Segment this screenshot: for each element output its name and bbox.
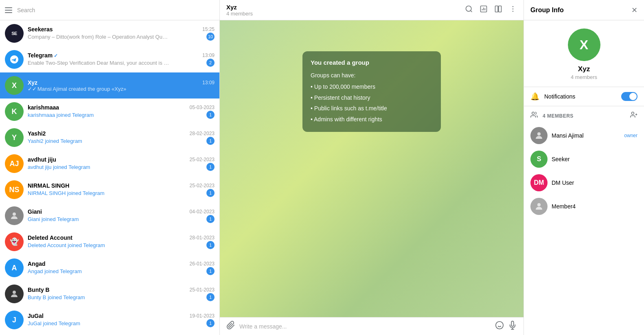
- search-icon-button[interactable]: [465, 5, 473, 15]
- avatar: AJ: [5, 154, 24, 173]
- unread-badge: 1: [206, 163, 215, 171]
- chat-row-bottom: Company – Ditto(work from) Role – Operat…: [28, 33, 215, 41]
- chat-time: 13:09: [202, 80, 215, 85]
- avatar: SE: [5, 24, 24, 43]
- member-item-0[interactable]: Mansi Ajimal owner: [524, 124, 644, 147]
- unread-badge: 1: [206, 189, 215, 197]
- system-message-title: You created a group: [311, 58, 433, 68]
- bell-icon: 🔔: [530, 92, 539, 101]
- chat-content: Yashi2 28-02-2023 Yashi2 joined Telegram…: [28, 130, 215, 145]
- chat-item-telegram[interactable]: Telegram✓ 13:09 Enable Two-Step Verifica…: [0, 46, 219, 72]
- chat-row-bottom: NIRMAL SINGH joined Telegram 1: [28, 189, 215, 197]
- sidebar: SE Seekeras 15:25 Company – Ditto(work f…: [0, 0, 220, 335]
- chat-time: 28-02-2023: [190, 131, 215, 136]
- chat-content: karishmaaa 05-03-2023 karishmaaa joined …: [28, 104, 215, 119]
- notifications-row: 🔔 Notifications: [524, 87, 644, 106]
- chat-time: 26-01-2023: [190, 261, 215, 267]
- unread-badge: 1: [206, 137, 215, 145]
- avatar: Y: [5, 128, 24, 147]
- chat-item-xyz[interactable]: X Xyz 13:09 ✓✓Mansi Ajimal created the g…: [0, 72, 219, 99]
- bullet-item: Admins with different rights: [311, 115, 433, 124]
- add-member-button[interactable]: [630, 111, 637, 120]
- chat-preview: NIRMAL SINGH joined Telegram: [28, 190, 105, 196]
- search-input[interactable]: [17, 7, 215, 13]
- emoji-button[interactable]: [495, 321, 504, 332]
- unread-badge: 2: [206, 59, 215, 67]
- member-name: Mansi Ajimal: [552, 132, 624, 139]
- chat-item-giani[interactable]: Giani 04-02-2023 Giani joined Telegram 1: [0, 203, 219, 229]
- group-name-large: Xyz: [578, 65, 590, 73]
- chat-row-bottom: Enable Two-Step Verification Dear Mansi,…: [28, 59, 215, 67]
- chat-name: NIRMAL SINGH: [28, 182, 69, 189]
- svg-point-2: [466, 6, 471, 11]
- chat-item-jugal[interactable]: J JuGal 19-01-2023 JuGal joined Telegram…: [0, 307, 219, 333]
- chat-time: 19-01-2023: [190, 313, 215, 319]
- unread-badge: 1: [206, 241, 215, 249]
- chat-item-seekeras[interactable]: SE Seekeras 15:25 Company – Ditto(work f…: [0, 20, 219, 46]
- message-input[interactable]: [239, 322, 491, 331]
- chat-content: Seekeras 15:25 Company – Ditto(work from…: [28, 26, 215, 41]
- chat-row-bottom: Deleted Account joined Telegram 1: [28, 241, 215, 249]
- member-role: owner: [624, 133, 637, 138]
- member-item-2[interactable]: DM DM User: [524, 171, 644, 195]
- group-members-count: 4 members: [571, 74, 597, 80]
- members-count-label: 4 MEMBERS: [543, 113, 630, 119]
- chat-content: JuGal 19-01-2023 JuGal joined Telegram 1: [28, 313, 215, 327]
- notifications-toggle[interactable]: [621, 92, 637, 101]
- chat-name: Angad: [28, 261, 46, 267]
- chat-name: karishmaaa: [28, 104, 59, 111]
- right-panel-content: X Xyz 4 members 🔔 Notifications 4 MEMBER…: [524, 20, 644, 335]
- chat-time: 25-01-2023: [190, 287, 215, 293]
- notifications-label: Notifications: [544, 93, 621, 100]
- chat-item-nirmal[interactable]: NS NIRMAL SINGH 25-02-2023 NIRMAL SINGH …: [0, 177, 219, 203]
- attach-button[interactable]: [226, 321, 235, 332]
- chat-members-count: 4 members: [226, 11, 465, 17]
- avatar: 👻: [5, 232, 24, 251]
- chat-row-top: JuGal 19-01-2023: [28, 313, 215, 319]
- chat-item-angad[interactable]: A Angad 26-01-2023 Angad joined Telegram…: [0, 255, 219, 281]
- svg-point-13: [496, 322, 503, 329]
- messages-area: You created a group Groups can have: Up …: [220, 20, 524, 317]
- main-chat: Xyz 4 members You created a group Groups…: [220, 0, 524, 335]
- chat-row-bottom: JuGal joined Telegram 1: [28, 319, 215, 327]
- close-panel-button[interactable]: ✕: [631, 6, 637, 15]
- unread-badge: 1: [206, 267, 215, 275]
- unread-badge: 1: [206, 215, 215, 223]
- chat-time: 25-02-2023: [190, 183, 215, 188]
- chat-row-top: NIRMAL SINGH 25-02-2023: [28, 182, 215, 189]
- member-item-3[interactable]: Member4: [524, 195, 644, 218]
- more-options-button[interactable]: [509, 5, 517, 15]
- chat-item-karishmaaa[interactable]: K karishmaaa 05-03-2023 karishmaaa joine…: [0, 99, 219, 125]
- member-avatar: [530, 127, 548, 144]
- chat-title: Xyz: [226, 4, 465, 11]
- member-item-1[interactable]: S Seeker: [524, 147, 644, 171]
- bullet-item: Up to 200,000 members: [311, 82, 433, 91]
- avatar: [5, 50, 24, 69]
- poll-icon-button[interactable]: [480, 5, 488, 15]
- chat-item-yashi2[interactable]: Y Yashi2 28-02-2023 Yashi2 joined Telegr…: [0, 125, 219, 151]
- chat-name: JuGal: [28, 313, 44, 319]
- member-avatar: DM: [530, 174, 548, 191]
- right-panel: Group Info ✕ X Xyz 4 members 🔔 Notificat…: [524, 0, 644, 335]
- chat-time: 25-02-2023: [190, 157, 215, 162]
- chat-item-avdhut[interactable]: AJ avdhut jiju 25-02-2023 avdhut jiju jo…: [0, 151, 219, 177]
- columns-icon-button[interactable]: [494, 5, 502, 15]
- hamburger-button[interactable]: [5, 7, 12, 13]
- chat-content: NIRMAL SINGH 25-02-2023 NIRMAL SINGH joi…: [28, 182, 215, 197]
- chat-item-bunty[interactable]: Bunty B 25-01-2023 Bunty B joined Telegr…: [0, 281, 219, 307]
- member-name: DM User: [552, 180, 637, 186]
- chat-preview: Angad joined Telegram: [28, 268, 82, 274]
- chat-row-bottom: ✓✓Mansi Ajimal created the group «Xyz»: [28, 86, 215, 92]
- chat-item-deleted[interactable]: 👻 Deleted Account 28-01-2023 Deleted Acc…: [0, 229, 219, 255]
- verified-icon: ✓: [54, 53, 58, 59]
- voice-button[interactable]: [508, 321, 517, 332]
- chat-row-bottom: Giani joined Telegram 1: [28, 215, 215, 223]
- chat-preview: Enable Two-Step Verification Dear Mansi,…: [28, 60, 170, 66]
- chat-name: Bunty B: [28, 287, 50, 293]
- chat-row-bottom: avdhut jiju joined Telegram 1: [28, 163, 215, 171]
- unread-badge: 1: [206, 293, 215, 301]
- chat-content: Xyz 13:09 ✓✓Mansi Ajimal created the gro…: [28, 79, 215, 92]
- chat-preview: Bunty B joined Telegram: [28, 294, 85, 300]
- chat-time: 15:25: [202, 26, 215, 32]
- avatar: NS: [5, 180, 24, 199]
